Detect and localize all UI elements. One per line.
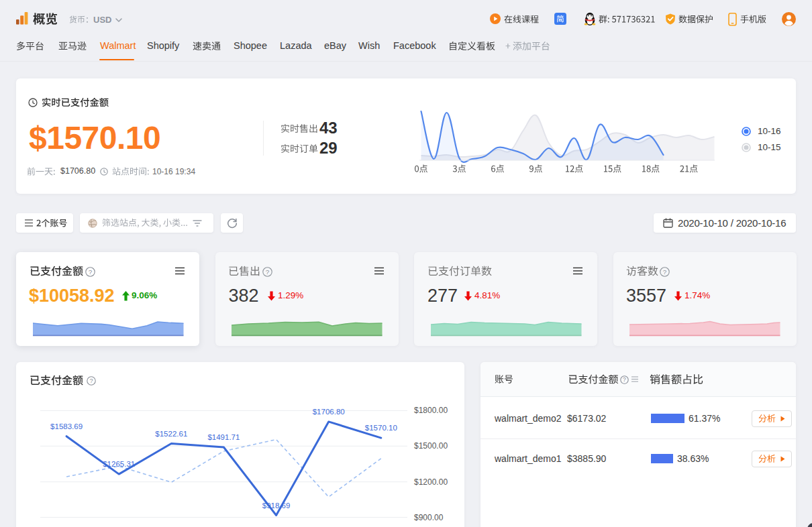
svg-text:?: ? — [89, 377, 93, 384]
svg-text:?: ? — [266, 268, 270, 275]
svg-text:?: ? — [623, 376, 626, 383]
svg-text:?: ? — [89, 268, 93, 275]
svg-text:?: ? — [663, 268, 667, 275]
